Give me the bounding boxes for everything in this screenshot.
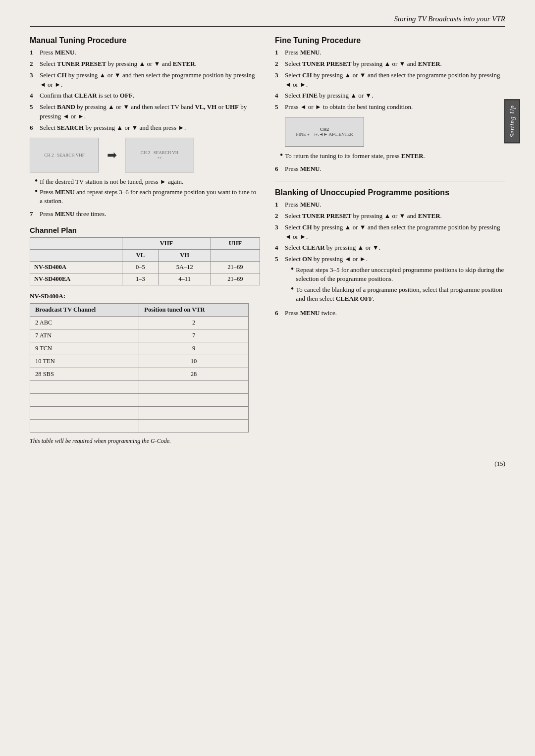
col-uhf-sub — [211, 250, 260, 262]
manual-tuning-title: Manual Tuning Procedure — [30, 36, 260, 45]
fine-step-1-num: 1 — [275, 48, 282, 57]
model-nvsd400ea: NV-SD400EA — [30, 273, 122, 285]
fine-step-5-num: 5 — [275, 103, 282, 112]
sub-bullet-1-text: Repeat steps 3–5 for another unoccupied … — [296, 266, 505, 283]
blank-step-2-num: 2 — [275, 212, 282, 221]
page-num-text: (15) — [494, 460, 505, 467]
broadcast-row-sbs: 28 SBS 28 — [30, 368, 249, 381]
fine-step-5: 5 Press ◄ or ► to obtain the best tuning… — [275, 103, 505, 112]
blank-step-4: 4 Select CLEAR by pressing ▲ or ▼. — [275, 243, 505, 253]
table-row: NV-SD400EA 1–3 4–11 21–69 — [30, 273, 260, 285]
channel-plan-title: Channel Plan — [30, 226, 260, 234]
position-empty-1 — [139, 381, 248, 394]
step-1: 1 Press MENU. — [30, 48, 260, 57]
broadcast-table: Broadcast TV Channel Position tuned on V… — [30, 303, 249, 432]
blank-step-5-text: Select ON by pressing ◄ or ►. • Repeat s… — [285, 255, 505, 305]
screen-before: CH 2 SEARCH VHF — [30, 138, 99, 172]
step-6: 6 Select SEARCH by pressing ▲ or ▼ and t… — [30, 123, 260, 133]
step-1-num: 1 — [30, 48, 37, 57]
fine-screen-text: CH2 FINE + –/+:◄► AFC:ENTER — [296, 127, 353, 137]
fine-bullet-1-text: To return the tuning to its former state… — [285, 152, 425, 161]
vl-nvsd400ea: 1–3 — [122, 273, 159, 285]
bullet-1-text: If the desired TV station is not be tune… — [40, 177, 183, 186]
blank-step-5-subbullets: • Repeat steps 3–5 for another unoccupie… — [291, 266, 505, 303]
section-divider — [275, 181, 505, 181]
fine-step-2-num: 2 — [275, 59, 282, 69]
broadcast-row-empty-4 — [30, 420, 249, 432]
col-uhf: UHF — [211, 238, 260, 250]
step-2: 2 Select TUNER PRESET by pressing ▲ or ▼… — [30, 59, 260, 69]
channel-atn: 7 ATN — [30, 329, 139, 342]
position-sbs: 28 — [139, 368, 248, 381]
step-4: 4 Confirm that CLEAR is set to OFF. — [30, 91, 260, 101]
step-7: 7 Press MENU three times. — [30, 210, 260, 219]
manual-tuning-bullets: • If the desired TV station is not be tu… — [35, 177, 260, 206]
fine-tuning-section: Fine Tuning Procedure 1 Press MENU. 2 Se… — [275, 36, 505, 174]
blank-step-5: 5 Select ON by pressing ◄ or ►. • Repeat… — [275, 255, 505, 305]
fine-step-3-num: 3 — [275, 71, 282, 90]
step-3: 3 Select CH by pressing ▲ or ▼ and then … — [30, 71, 260, 90]
step-7-num: 7 — [30, 210, 37, 219]
broadcast-row-tcn: 9 TCN 9 — [30, 342, 249, 355]
screen-before-text: CH 2 SEARCH VHF — [44, 153, 85, 158]
blank-step-1-num: 1 — [275, 200, 282, 210]
sub-bullet-dot-1: • — [291, 265, 294, 283]
blank-step-1: 1 Press MENU. — [275, 200, 505, 210]
manual-tuning-section: Manual Tuning Procedure 1 Press MENU. 2 … — [30, 36, 260, 219]
position-empty-2 — [139, 394, 248, 407]
step-4-num: 4 — [30, 91, 37, 101]
channel-plan-table: VHF UHF VL VH NV-SD400A 0– — [30, 237, 260, 285]
position-ten: 10 — [139, 355, 248, 368]
step-7-text: Press MENU three times. — [40, 210, 260, 219]
broadcast-row-ten: 10 TEN 10 — [30, 355, 249, 368]
bullet-dot-1: • — [35, 176, 38, 186]
blank-step-2: 2 Select TUNER PRESET by pressing ▲ or ▼… — [275, 212, 505, 221]
channel-empty-2 — [30, 394, 139, 407]
blanking-title: Blanking of Unoccupied Programme positio… — [275, 188, 505, 197]
side-tab: Setting Up — [504, 99, 520, 143]
col-vhf: VHF — [122, 238, 211, 250]
table-note: This table will be required when program… — [30, 437, 260, 445]
blank-step-2-text: Select TUNER PRESET by pressing ▲ or ▼ a… — [285, 212, 505, 221]
page-header: Storing TV Broadcasts into your VTR — [30, 15, 505, 27]
sub-bullet-2: • To cancel the blanking of a programme … — [291, 285, 505, 303]
broadcast-col-position: Position tuned on VTR — [139, 304, 248, 317]
position-atn: 7 — [139, 329, 248, 342]
step-2-text: Select TUNER PRESET by pressing ▲ or ▼ a… — [40, 59, 260, 69]
uhf-nvsd400ea: 21–69 — [211, 273, 260, 285]
blank-step-5-num: 5 — [275, 255, 282, 305]
blank-step-3-text: Select CH by pressing ▲ or ▼ and then se… — [285, 223, 505, 242]
step-5-text: Select BAND by pressing ▲ or ▼ and then … — [40, 103, 260, 121]
step-6-text: Select SEARCH by pressing ▲ or ▼ and the… — [40, 123, 260, 133]
step-2-num: 2 — [30, 59, 37, 69]
model-nvsd400a: NV-SD400A — [30, 262, 122, 273]
channel-empty-4 — [30, 420, 139, 432]
col-vl: VL — [122, 250, 159, 262]
bullet-dot-2: • — [35, 187, 38, 206]
fine-tuning-bullets: • To return the tuning to its former sta… — [280, 152, 505, 161]
fine-step-3: 3 Select CH by pressing ▲ or ▼ and then … — [275, 71, 505, 90]
channel-ten: 10 TEN — [30, 355, 139, 368]
blanking-steps: 1 Press MENU. 2 Select TUNER PRESET by p… — [275, 200, 505, 305]
fine-step-4-num: 4 — [275, 91, 282, 101]
col-empty — [30, 250, 122, 262]
col-vh: VH — [159, 250, 211, 262]
right-column: Fine Tuning Procedure 1 Press MENU. 2 Se… — [275, 36, 505, 445]
fine-tuning-title: Fine Tuning Procedure — [275, 36, 505, 45]
fine-step-3-text: Select CH by pressing ▲ or ▼ and then se… — [285, 71, 505, 90]
vl-nvsd400a: 0–5 — [122, 262, 159, 273]
step-5: 5 Select BAND by pressing ▲ or ▼ and the… — [30, 103, 260, 121]
arrow-icon: ➡ — [107, 148, 117, 162]
blanking-section: Blanking of Unoccupied Programme positio… — [275, 188, 505, 318]
fine-step-6-text: Press MENU. — [285, 164, 505, 174]
step-4-text: Confirm that CLEAR is set to OFF. — [40, 91, 260, 101]
col-model — [30, 238, 122, 250]
fine-step-1: 1 Press MENU. — [275, 48, 505, 57]
broadcast-row-empty-3 — [30, 407, 249, 420]
model-label: NV-SD400A: — [30, 292, 260, 300]
broadcast-row-abc: 2 ABC 2 — [30, 317, 249, 329]
fine-step-6-num: 6 — [275, 164, 282, 174]
left-column: Manual Tuning Procedure 1 Press MENU. 2 … — [30, 36, 260, 445]
fine-step-2: 2 Select TUNER PRESET by pressing ▲ or ▼… — [275, 59, 505, 69]
blank-step-6-num: 6 — [275, 309, 282, 318]
